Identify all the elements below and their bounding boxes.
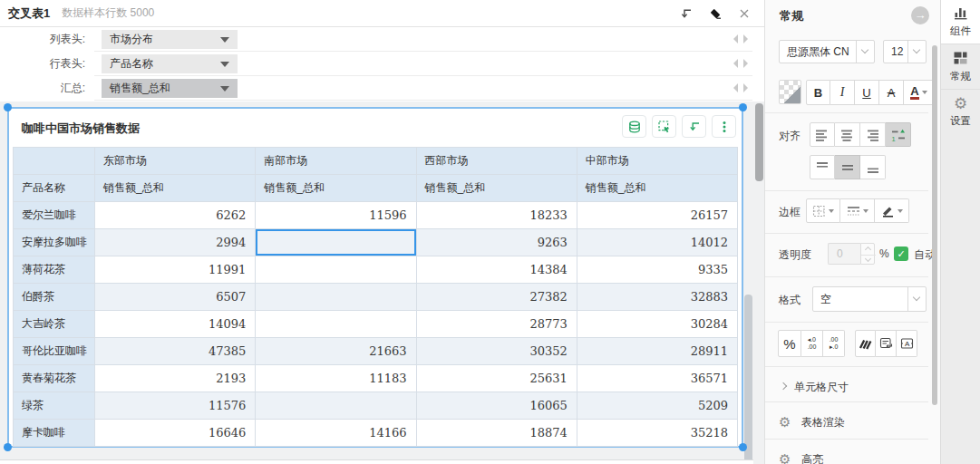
percent-format-button[interactable]: % xyxy=(778,330,801,357)
value-cell[interactable] xyxy=(256,311,416,338)
resize-handle[interactable] xyxy=(739,443,747,451)
panel-scrollbar-thumb[interactable] xyxy=(932,45,937,405)
value-cell[interactable]: 21663 xyxy=(256,338,416,365)
value-cell[interactable]: 11576 xyxy=(95,392,256,420)
value-cell[interactable]: 26157 xyxy=(577,202,737,229)
canvas-scrollbar-thumb[interactable] xyxy=(755,103,763,181)
increase-decimal-button[interactable]: .00▸.0 xyxy=(823,330,845,357)
sidebar-item-general[interactable]: 常规 xyxy=(941,44,980,89)
border-style-button[interactable] xyxy=(806,198,840,223)
value-cell[interactable]: 14166 xyxy=(256,420,416,447)
collapse-panel-icon[interactable]: → xyxy=(911,6,929,24)
text-overflow-icon[interactable]: A xyxy=(897,330,917,357)
value-cell[interactable] xyxy=(256,284,416,311)
close-icon[interactable] xyxy=(737,6,752,21)
field-prev-next-arrows[interactable] xyxy=(731,58,751,69)
row-header-cell[interactable]: 绿茶 xyxy=(14,392,95,420)
resize-handle[interactable] xyxy=(4,443,12,451)
format-painter-icon[interactable] xyxy=(855,330,876,357)
widget-scrollbar-thumb[interactable] xyxy=(744,295,752,464)
font-size-select[interactable]: 12 xyxy=(883,40,927,63)
value-cell[interactable]: 6262 xyxy=(95,202,256,229)
measure-header-cell[interactable]: 销售额_总和 xyxy=(256,175,416,202)
sidebar-item-component[interactable]: 组件 xyxy=(941,0,980,44)
value-cell[interactable]: 36571 xyxy=(577,365,737,392)
corner-cell-empty[interactable] xyxy=(14,148,95,175)
border-color-button[interactable] xyxy=(875,198,909,223)
row-header-cell[interactable]: 哥伦比亚咖啡 xyxy=(14,338,95,365)
more-icon[interactable] xyxy=(712,115,736,138)
sidebar-item-settings[interactable]: ⚙ 设置 xyxy=(941,90,980,133)
value-cell[interactable]: 11596 xyxy=(256,202,416,229)
opacity-input[interactable]: 0 xyxy=(828,243,860,265)
value-cell[interactable]: 32883 xyxy=(577,284,737,311)
section-highlight[interactable]: ⚙ 高亮 xyxy=(765,446,928,464)
strikethrough-button[interactable]: A xyxy=(879,80,904,105)
value-cell[interactable]: 35218 xyxy=(577,420,737,447)
value-cell[interactable]: 16646 xyxy=(95,420,256,447)
cross-table-widget[interactable]: 咖啡中国市场销售数据 xyxy=(7,107,743,448)
value-cell[interactable]: 5209 xyxy=(577,392,737,420)
row-dimension-header[interactable]: 产品名称 xyxy=(14,175,95,202)
column-header-cell[interactable]: 东部市场 xyxy=(95,148,256,175)
value-cell[interactable]: 6507 xyxy=(95,284,256,311)
row-header-cell[interactable]: 伯爵茶 xyxy=(14,284,95,311)
eraser-icon[interactable] xyxy=(708,6,723,21)
measure-header-cell[interactable]: 销售额_总和 xyxy=(416,175,577,202)
font-color-button[interactable]: A xyxy=(904,80,935,105)
value-cell[interactable]: 27382 xyxy=(416,284,577,311)
column-header-cell[interactable]: 中部市场 xyxy=(577,148,737,175)
column-header-cell[interactable]: 南部市场 xyxy=(256,148,416,175)
section-cell-size[interactable]: 单元格尺寸 xyxy=(765,373,928,401)
value-cell[interactable]: 14012 xyxy=(577,229,737,256)
font-family-select[interactable]: 思源黑体 CN xyxy=(779,40,875,63)
align-right-button[interactable] xyxy=(860,122,886,147)
row-header-dropdown[interactable]: 产品名称 xyxy=(102,54,238,73)
italic-button[interactable]: I xyxy=(830,80,855,105)
value-cell[interactable]: 16065 xyxy=(416,392,577,420)
value-cell[interactable]: 14094 xyxy=(95,311,256,338)
value-cell[interactable]: 28911 xyxy=(577,338,737,365)
dashboard-canvas[interactable]: 咖啡中国市场销售数据 xyxy=(0,102,764,464)
measure-header-cell[interactable]: 销售额_总和 xyxy=(95,175,256,202)
column-header-cell[interactable]: 西部市场 xyxy=(416,148,577,175)
section-table-render[interactable]: ⚙ 表格渲染 xyxy=(765,409,928,436)
valign-top-button[interactable] xyxy=(810,155,835,179)
reset-icon[interactable] xyxy=(682,115,706,138)
row-header-cell[interactable]: 爱尔兰咖啡 xyxy=(14,202,95,229)
value-cell[interactable]: 25631 xyxy=(416,365,577,392)
value-cell[interactable]: 11991 xyxy=(95,256,256,284)
format-select[interactable]: 空 xyxy=(812,286,927,312)
bold-button[interactable]: B xyxy=(806,80,830,105)
row-header-cell[interactable]: 摩卡咖啡 xyxy=(14,420,95,447)
database-icon[interactable] xyxy=(622,115,646,138)
value-cell[interactable]: 9335 xyxy=(577,256,737,284)
row-header-cell[interactable]: 黄春菊花茶 xyxy=(14,365,95,392)
value-cell[interactable]: 14384 xyxy=(416,256,577,284)
measure-header-cell[interactable]: 销售额_总和 xyxy=(577,175,737,202)
reset-icon[interactable] xyxy=(679,6,694,21)
value-cell[interactable]: 11183 xyxy=(256,365,416,392)
column-header-dropdown[interactable]: 市场分布 xyxy=(102,30,238,49)
row-header-cell[interactable]: 安摩拉多咖啡 xyxy=(14,229,95,256)
row-header-cell[interactable]: 大吉岭茶 xyxy=(14,311,95,338)
word-wrap-icon[interactable] xyxy=(876,330,897,357)
align-auto-button[interactable]: 1 xyxy=(886,122,911,147)
value-cell[interactable]: 18233 xyxy=(416,202,577,229)
opacity-stepper[interactable] xyxy=(860,243,875,265)
row-header-cell[interactable]: 薄荷花茶 xyxy=(14,256,95,284)
field-prev-next-arrows[interactable] xyxy=(731,82,751,93)
underline-button[interactable]: U xyxy=(855,80,879,105)
field-prev-next-arrows[interactable] xyxy=(731,34,751,44)
value-cell[interactable] xyxy=(256,256,416,284)
value-cell[interactable]: 18874 xyxy=(416,420,577,447)
value-cell[interactable]: 28773 xyxy=(416,311,577,338)
value-cell[interactable]: 2994 xyxy=(95,229,256,256)
border-line-button[interactable] xyxy=(840,198,875,223)
value-cell[interactable]: 47385 xyxy=(95,338,256,365)
value-cell[interactable]: 30352 xyxy=(416,338,577,365)
align-left-button[interactable] xyxy=(810,122,835,147)
value-cell[interactable] xyxy=(256,392,416,420)
valign-bottom-button[interactable] xyxy=(860,155,886,179)
resize-handle[interactable] xyxy=(739,103,747,111)
